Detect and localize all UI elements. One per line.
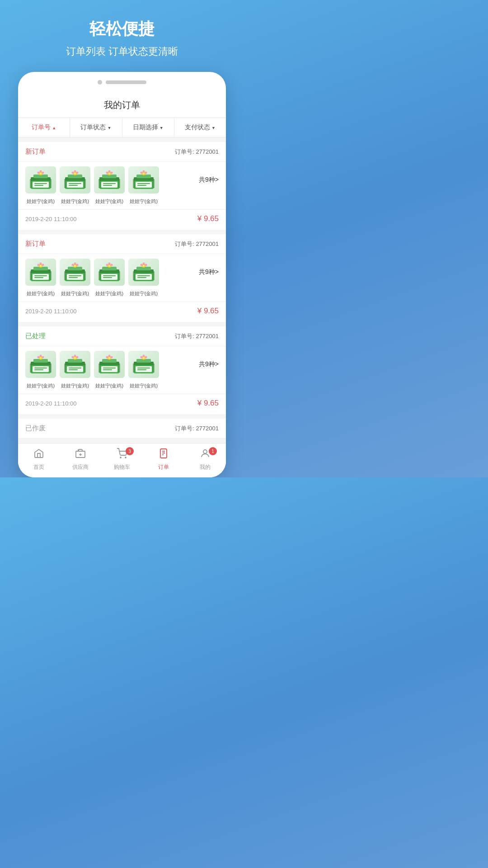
svg-rect-69 [69,277,78,278]
svg-point-75 [74,265,76,267]
svg-rect-108 [34,369,43,370]
svg-rect-115 [30,363,32,373]
filter-payment-label: 支付状态 [185,123,210,132]
svg-point-101 [143,265,145,267]
svg-rect-38 [118,179,120,188]
filter-order-no[interactable]: 订单号 [18,118,70,137]
svg-rect-81 [103,275,116,276]
svg-rect-63 [30,271,32,280]
svg-point-72 [74,263,76,265]
order-header-0: 新订单 订单号: 2772001 [18,142,226,162]
order-date-0: 2019-2-20 11:10:00 [25,216,76,222]
svg-point-22 [76,172,79,174]
svg-rect-120 [69,368,81,368]
svg-point-125 [72,356,74,359]
product-thumb-2-1 [60,351,90,378]
product-names-row-1: 娃娃宁(金鸡)娃娃宁(金鸡)娃娃宁(金鸡)娃娃宁(金鸡) [18,290,226,302]
svg-point-34 [106,172,108,174]
nav-supplier[interactable]: 供应商 [60,448,101,471]
filter-payment[interactable]: 支付状态 [174,118,226,137]
svg-point-98 [143,263,145,265]
svg-point-140 [108,357,110,359]
product-count-1[interactable]: 共9种> [199,268,219,276]
filter-bar: 订单号 订单状态 日期选择 支付状态 [18,118,226,137]
svg-rect-24 [64,179,66,188]
svg-point-112 [38,356,40,359]
product-thumb-1-2 [94,259,125,286]
svg-point-138 [106,356,108,359]
svg-rect-103 [153,271,155,280]
svg-rect-147 [137,369,146,370]
svg-rect-56 [34,277,43,278]
filter-order-no-label: 订单号 [32,123,51,132]
order-number-2: 订单号: 2772001 [175,332,219,340]
svg-rect-142 [118,363,120,373]
svg-point-126 [76,356,79,359]
svg-rect-116 [50,363,52,373]
svg-rect-141 [99,363,100,373]
header-title: 轻松便捷 [9,18,235,40]
svg-rect-50 [133,179,135,188]
nav-mine[interactable]: 1 我的 [184,448,226,471]
phone-dots [18,80,226,85]
filter-order-status[interactable]: 订单状态 [70,118,122,137]
product-row-0[interactable]: 共9种> [18,162,226,198]
svg-point-113 [42,356,44,359]
order-number-3: 订单号: 2772001 [175,425,219,433]
product-thumb-1-3 [128,259,159,286]
svg-rect-4 [34,185,43,186]
product-names-row-2: 娃娃宁(金鸡)娃娃宁(金鸡)娃娃宁(金鸡)娃娃宁(金鸡) [18,382,226,394]
svg-point-60 [38,264,40,266]
bottom-nav: 首页 供应商 3 [18,443,226,477]
product-name-0-1: 娃娃宁(金鸡) [60,198,90,205]
svg-point-21 [72,172,74,174]
svg-point-150 [143,355,145,357]
svg-rect-29 [103,183,116,184]
svg-rect-121 [69,369,78,370]
filter-order-status-arrow [107,125,111,130]
nav-cart[interactable]: 3 购物车 [101,448,143,471]
svg-rect-107 [34,368,47,368]
header-subtitle: 订单列表 订单状态更清晰 [9,45,235,58]
product-row-2[interactable]: 共9种> [18,346,226,382]
order-status-1: 新订单 [25,240,46,248]
svg-rect-42 [137,183,150,184]
product-thumb-2-0 [25,351,56,378]
svg-rect-94 [137,275,150,276]
filter-order-status-label: 订单状态 [80,123,106,132]
order-card-0: 新订单 订单号: 2772001 [18,142,226,230]
nav-mine-label: 我的 [200,463,211,471]
order-number-0: 订单号: 2772001 [175,148,219,156]
svg-point-87 [111,264,113,266]
order-card-1: 新订单 订单号: 2772001 [18,234,226,322]
svg-point-124 [74,355,76,357]
filter-date-label: 日期选择 [133,123,158,132]
svg-point-99 [141,264,143,266]
filter-order-no-arrow [52,125,56,130]
filter-date[interactable]: 日期选择 [122,118,174,137]
svg-rect-67 [67,274,83,280]
order-status-3: 已作废 [25,424,46,433]
cart-badge: 3 [126,447,134,455]
svg-rect-129 [84,363,86,373]
svg-point-86 [106,264,108,266]
order-page: 我的订单 订单号 订单状态 日期选择 支付状态 新订单 订单号: [18,93,226,477]
nav-home[interactable]: 首页 [18,448,60,471]
svg-rect-89 [99,271,100,280]
svg-point-49 [143,173,145,175]
svg-point-48 [145,172,147,174]
svg-rect-95 [137,277,146,278]
svg-rect-3 [34,183,47,184]
product-count-2[interactable]: 共9种> [199,360,219,368]
product-count-0[interactable]: 共9种> [199,176,219,184]
product-row-1[interactable]: 共9种> [18,254,226,290]
svg-point-166 [203,450,207,453]
svg-rect-106 [33,366,49,372]
nav-supplier-label: 供应商 [72,463,89,471]
product-name-2-2: 娃娃宁(金鸡) [94,382,125,389]
product-thumb-1-0 [25,259,56,286]
svg-point-114 [40,357,42,359]
svg-point-8 [38,172,40,174]
nav-order[interactable]: 订单 [143,448,184,471]
order-price-0: ¥ 9.65 [197,214,219,223]
